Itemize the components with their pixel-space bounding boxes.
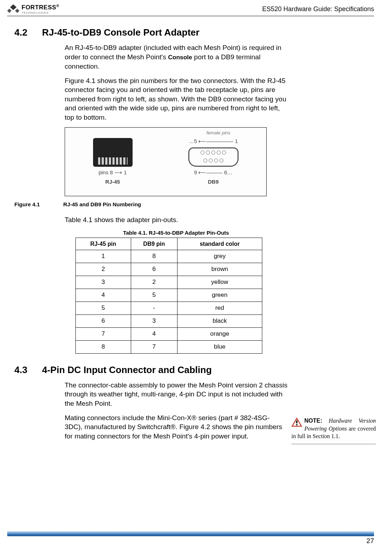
table-row: 18grey [76,250,262,263]
page-number: 27 [366,537,374,545]
figure-label: 9 [194,169,197,175]
svg-marker-1 [7,9,11,13]
margin-note: NOTE: Hardware Version Powering Options … [291,417,376,444]
table-row: 74orange [76,327,262,340]
table-cell: 3 [76,276,131,289]
section-number: 4.2 [14,27,34,38]
note-label: NOTE: [304,418,322,424]
page: FORTRESS® TECHNOLOGIES ES520 Hardware Gu… [0,0,392,547]
table-intro-block: Table 4.1 shows the adapter pin-outs. Ta… [65,215,287,354]
table-cell: 8 [131,250,177,263]
table-cell: 2 [131,276,177,289]
table-cell: 2 [76,263,131,276]
paragraph: Mating connectors include the Mini-Con-X… [65,413,287,441]
paragraph: Figure 4.1 shows the pin numbers for the… [65,76,287,122]
rj45-diagram: pins 8 ⟶ 1 RJ-45 [93,138,133,186]
table-cell: green [177,289,262,302]
figure-caption-text: RJ-45 and DB9 Pin Numbering [63,201,141,207]
svg-marker-2 [15,9,19,13]
table-row: 87blue [76,340,262,353]
table-cell: 6 [76,314,131,327]
brand-logo: FORTRESS® TECHNOLOGIES [7,4,59,14]
figure-label: …5 [189,138,197,144]
brand-subtitle: TECHNOLOGIES [22,11,59,14]
document-title: ES520 Hardware Guide: Specifications [262,5,374,13]
table-row: 45green [76,289,262,302]
table-cell: orange [177,327,262,340]
figure-label: 6… [224,169,232,175]
brand-name: FORTRESS [22,4,56,11]
table-row: 5-red [76,302,262,314]
table-header: DB9 pin [131,238,177,250]
info-triangle-icon [291,418,302,427]
section-4-2-body: An RJ-45-to-DB9 adapter (included with e… [65,43,287,196]
table-cell: 4 [131,327,177,340]
section-heading-4-2: 4.2 RJ-45-to-DB9 Console Port Adapter [7,27,374,38]
table-header: standard color [177,238,262,250]
table-header: RJ-45 pin [76,238,131,250]
section-title: RJ-45-to-DB9 Console Port Adapter [42,27,199,38]
section-number: 4.3 [14,364,34,376]
table-4-1: RJ-45 pin DB9 pin standard color 18grey2… [75,238,262,354]
table-row: 26brown [76,263,262,276]
section-title: 4-Pin DC Input Connector and Cabling [42,364,212,376]
db9-diagram: …5 ⟵————— 1 9 ⟵——— 6… DB9 [188,138,239,185]
table-cell: 7 [131,340,177,353]
table-row: 32yellow [76,276,262,289]
table-cell: 8 [76,340,131,353]
table-cell: red [177,302,262,314]
table-cell: 4 [76,289,131,302]
paragraph: An RJ-45-to-DB9 adapter (included with e… [65,43,287,71]
table-row: 63black [76,314,262,327]
table-cell: black [177,314,262,327]
section-4-3-body: The connector-cable assembly to power th… [65,381,287,441]
table-cell: 6 [131,263,177,276]
svg-rect-5 [296,424,298,426]
paragraph: Table 4.1 shows the adapter pin-outs. [65,215,287,225]
table-cell: - [131,302,177,314]
table-cell: 7 [76,327,131,340]
figure-caption-label: Figure 4.1 [14,201,57,207]
table-cell: 5 [131,289,177,302]
table-cell: 1 [76,250,131,263]
trademark-symbol: ® [56,4,60,8]
figure-label-db9: DB9 [208,178,218,185]
console-term: Console [168,54,192,61]
svg-marker-0 [10,4,17,10]
table-cell: 5 [76,302,131,314]
figure-4-1: female pins pins 8 ⟶ 1 RJ-45 …5 ⟵————— 1… [65,127,267,196]
page-header: FORTRESS® TECHNOLOGIES ES520 Hardware Gu… [7,4,374,16]
svg-rect-4 [296,420,298,423]
figure-label: pins 8 [98,169,113,175]
table-cell: yellow [177,276,262,289]
table-4-1-caption: Table 4.1. RJ-45-to-DBP Adapter Pin-Outs [83,229,269,236]
figure-4-1-caption: Figure 4.1 RJ-45 and DB9 Pin Numbering [14,201,374,207]
section-heading-4-3: 4.3 4-Pin DC Input Connector and Cabling [7,364,374,376]
table-cell: grey [177,250,262,263]
table-header-row: RJ-45 pin DB9 pin standard color [76,238,262,250]
footer-divider [7,531,374,536]
table-cell: blue [177,340,262,353]
figure-label-rj45: RJ-45 [105,178,120,185]
table-cell: 3 [131,314,177,327]
figure-label-female-pins: female pins [207,130,230,136]
fortress-logo-icon [7,4,19,14]
table-cell: brown [177,263,262,276]
paragraph: The connector-cable assembly to power th… [65,381,287,408]
figure-label: 1 [124,169,127,175]
figure-label: 1 [235,138,238,144]
